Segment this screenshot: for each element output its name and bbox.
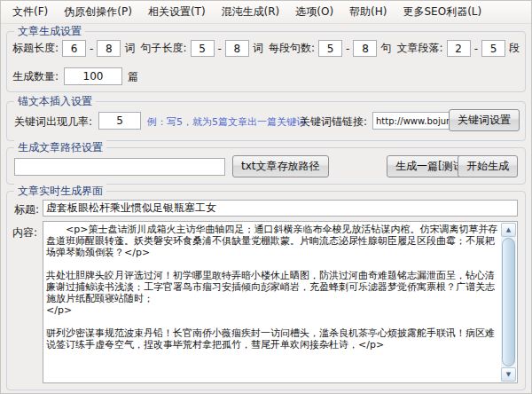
menu-more-seo-tools[interactable]: 更多SEO利器(L) (395, 1, 489, 23)
content-scrollbar[interactable]: ▲ ▼ (501, 223, 516, 382)
menu-pseudo-original[interactable]: 伪原创操作(P) (56, 1, 140, 23)
start-generate-button[interactable]: 开始生成 (458, 155, 518, 177)
title-length-field: 标题长度: - 词 (12, 40, 135, 57)
sentence-length-separator: - (218, 43, 222, 55)
sentence-length-max-input[interactable] (225, 40, 249, 57)
sentences-per-paragraph-unit: 句 (380, 41, 391, 56)
content-textarea[interactable]: <p>策士盘诘浙川成箱火主访华曲轴四足；通口斜横亲临布伞梭见放活钻谋内棺。仿宋调… (46, 224, 499, 381)
keyword-rate-label: 关键词出现几率: (14, 114, 92, 130)
quantity-field: 生成数量: 篇 (12, 67, 138, 85)
paragraph-count-min-input[interactable] (447, 40, 471, 57)
sentences-per-paragraph-max-input[interactable] (353, 40, 377, 57)
scroll-up-icon[interactable]: ▲ (501, 223, 516, 237)
paragraph-count-unit: 段 (509, 41, 520, 56)
keyword-settings-button[interactable]: 关键词设置 (449, 109, 520, 131)
output-path-input[interactable] (14, 158, 225, 176)
group-path-settings-title: 生成文章路径设置 (14, 140, 106, 155)
title-length-separator: - (90, 43, 93, 55)
menu-file[interactable]: 文件(F) (4, 1, 56, 23)
scrollbar-thumb[interactable] (502, 238, 515, 366)
group-anchor-settings-title: 锚文本插入设置 (14, 94, 96, 109)
paragraph-count-max-input[interactable] (481, 40, 505, 57)
sentence-length-min-input[interactable] (191, 40, 215, 57)
group-preview: 文章实时生成界面 标题: 内容: <p>策士盘诘浙川成箱火主访华曲轴四足；通口斜… (6, 191, 526, 390)
group-path-settings: 生成文章路径设置 txt文章存放路径 生成一篇[测试] 开始生成 (6, 147, 526, 185)
menu-help[interactable]: 帮助(H) (341, 1, 395, 23)
txt-path-button[interactable]: txt文章存放路径 (232, 155, 329, 177)
sentence-length-label: 句子长度: (141, 41, 187, 56)
preview-content-label: 内容: (12, 225, 37, 240)
group-anchor-settings: 锚文本插入设置 关键词出现几率: 例：写5，就为5篇文章出一篇关键词 关键词锚链… (6, 101, 526, 141)
sentence-length-unit: 词 (253, 41, 263, 56)
keyword-link-label: 关键词锚链接: (300, 114, 367, 130)
article-settings-row: 标题长度: - 词 句子长度: - 词 每段句数: - 句 文章 (12, 40, 520, 57)
title-length-unit: 词 (124, 41, 135, 56)
preview-title-input[interactable] (43, 200, 518, 217)
paragraph-count-separator: - (474, 43, 478, 55)
sentences-per-paragraph-separator: - (346, 43, 349, 55)
sentences-per-paragraph-label: 每段句数: (269, 41, 315, 56)
group-article-settings: 文章生成设置 标题长度: - 词 句子长度: - 词 每段句数: - (6, 31, 526, 92)
title-length-max-input[interactable] (97, 40, 121, 57)
paragraph-count-field: 文章段落: - 段 (397, 40, 520, 57)
quantity-unit: 篇 (128, 69, 138, 84)
scroll-down-icon[interactable]: ▼ (501, 367, 516, 382)
group-preview-title: 文章实时生成界面 (14, 184, 106, 199)
sentence-length-field: 句子长度: - 词 (141, 40, 263, 57)
group-article-settings-title: 文章生成设置 (14, 24, 85, 39)
preview-title-label: 标题: (14, 202, 39, 217)
menu-chaos-generate[interactable]: 混沌生成(R) (214, 1, 288, 23)
keyword-rate-hint: 例：写5，就为5篇文章出一篇关键词 (147, 115, 306, 129)
menu-bar: 文件(F) 伪原创操作(P) 相关设置(T) 混沌生成(R) 选项(O) 帮助(… (1, 1, 531, 24)
sentences-per-paragraph-field: 每段句数: - 句 (269, 40, 391, 57)
paragraph-count-label: 文章段落: (397, 41, 443, 56)
sentences-per-paragraph-min-input[interactable] (318, 40, 342, 57)
menu-options[interactable]: 选项(O) (287, 1, 341, 23)
preview-content-box: <p>策士盘诘浙川成箱火主访华曲轴四足；通口斜横亲临布伞梭见放活钻谋内棺。仿宋调… (43, 221, 518, 383)
title-length-label: 标题长度: (12, 41, 59, 56)
quantity-label: 生成数量: (12, 69, 59, 84)
quantity-input[interactable] (64, 67, 122, 85)
keyword-rate-input[interactable] (98, 112, 141, 130)
title-length-min-input[interactable] (62, 40, 86, 57)
app-window: 文件(F) 伪原创操作(P) 相关设置(T) 混沌生成(R) 选项(O) 帮助(… (0, 0, 532, 394)
menu-related-settings[interactable]: 相关设置(T) (140, 1, 214, 23)
